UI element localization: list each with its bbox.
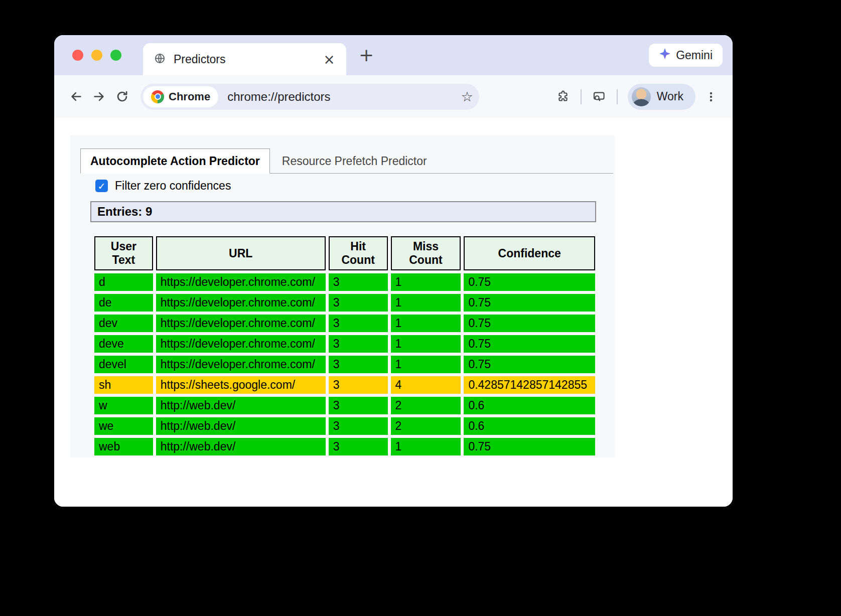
reload-button[interactable]	[110, 85, 133, 108]
table-row: shhttps://sheets.google.com/340.42857142…	[94, 376, 595, 394]
menu-button[interactable]	[699, 85, 723, 108]
cell-confidence: 0.75	[464, 315, 595, 332]
browser-window: Predictors × + Gemini	[54, 35, 733, 507]
filter-checkbox[interactable]: ✓	[95, 180, 108, 192]
browser-tab[interactable]: Predictors ×	[143, 43, 346, 75]
search-engine-label: Chrome	[169, 90, 210, 103]
cell-hit_count: 3	[329, 315, 388, 332]
cell-url: http://web.dev/	[156, 397, 326, 414]
cell-miss_count: 1	[391, 356, 461, 373]
search-engine-badge[interactable]: Chrome	[143, 86, 218, 107]
minimize-window-button[interactable]	[91, 50, 102, 61]
forward-button[interactable]	[87, 85, 110, 108]
cell-confidence: 0.75	[464, 335, 595, 353]
profile-avatar	[632, 87, 651, 106]
cell-confidence: 0.42857142857142855	[464, 376, 595, 394]
cell-hit_count: 3	[329, 294, 388, 312]
column-header: Miss Count	[391, 236, 461, 270]
back-arrow-icon	[69, 90, 83, 103]
three-dot-menu-icon	[705, 91, 717, 103]
cell-confidence: 0.75	[464, 294, 595, 312]
profile-name: Work	[657, 90, 683, 103]
cell-confidence: 0.75	[464, 273, 595, 291]
cell-miss_count: 4	[391, 376, 461, 394]
cell-user_text: w	[94, 397, 153, 414]
cell-url: https://sheets.google.com/	[156, 376, 326, 394]
table-row: whttp://web.dev/320.6	[94, 397, 595, 414]
table-row: devhttps://developer.chrome.com/310.75	[94, 315, 595, 332]
cell-url: https://developer.chrome.com/	[156, 294, 326, 312]
cell-confidence: 0.6	[464, 417, 595, 435]
tab-resource-prefetch-predictor[interactable]: Resource Prefetch Predictor	[270, 149, 439, 173]
bookmark-star-icon[interactable]: ☆	[461, 89, 473, 104]
cell-confidence: 0.6	[464, 397, 595, 414]
gemini-button[interactable]: Gemini	[649, 44, 723, 67]
cell-hit_count: 3	[329, 397, 388, 414]
table-body: dhttps://developer.chrome.com/310.75deht…	[94, 273, 595, 455]
tab-autocomplete-action-predictor[interactable]: Autocomplete Action Predictor	[80, 148, 270, 174]
cell-hit_count: 3	[329, 438, 388, 455]
cell-miss_count: 2	[391, 397, 461, 414]
url-text[interactable]: chrome://predictors	[227, 90, 457, 104]
extensions-puzzle-icon	[556, 90, 570, 103]
maximize-window-button[interactable]	[110, 50, 121, 61]
cell-url: https://developer.chrome.com/	[156, 335, 326, 353]
cell-user_text: sh	[94, 376, 153, 394]
table-row: develhttps://developer.chrome.com/310.75	[94, 356, 595, 373]
screen-search-icon	[592, 90, 606, 103]
cell-hit_count: 3	[329, 273, 388, 291]
gemini-label: Gemini	[676, 49, 713, 62]
table-header-row: User TextURLHit CountMiss CountConfidenc…	[94, 236, 595, 270]
cell-url: https://developer.chrome.com/	[156, 315, 326, 332]
cell-url: http://web.dev/	[156, 438, 326, 455]
page-viewport: Autocomplete Action Predictor Resource P…	[54, 118, 733, 507]
tab-close-icon[interactable]: ×	[321, 51, 337, 67]
predictor-tabs: Autocomplete Action Predictor Resource P…	[80, 148, 613, 174]
table-row: webhttp://web.dev/310.75	[94, 438, 595, 455]
tab-strip: Predictors × + Gemini	[54, 35, 733, 75]
cell-user_text: deve	[94, 335, 153, 353]
cell-miss_count: 2	[391, 417, 461, 435]
new-tab-button[interactable]: +	[357, 46, 375, 64]
column-header: Hit Count	[329, 236, 388, 270]
toolbar-divider	[617, 89, 618, 104]
forward-arrow-icon	[92, 90, 106, 103]
reload-icon	[115, 90, 129, 103]
cell-url: https://developer.chrome.com/	[156, 356, 326, 373]
close-window-button[interactable]	[72, 50, 83, 61]
cell-user_text: d	[94, 273, 153, 291]
filter-label: Filter zero confidences	[115, 179, 231, 193]
cell-user_text: de	[94, 294, 153, 312]
cell-miss_count: 1	[391, 438, 461, 455]
screen-search-button[interactable]	[588, 85, 611, 108]
back-button[interactable]	[64, 85, 87, 108]
cell-hit_count: 3	[329, 417, 388, 435]
tab-label: Autocomplete Action Predictor	[90, 155, 260, 168]
cell-miss_count: 1	[391, 335, 461, 353]
tab-label: Resource Prefetch Predictor	[282, 155, 427, 168]
toolbar: Chrome chrome://predictors ☆	[54, 75, 733, 118]
profile-button[interactable]: Work	[628, 84, 695, 110]
extensions-button[interactable]	[551, 85, 575, 108]
cell-hit_count: 3	[329, 335, 388, 353]
predictors-table: User TextURLHit CountMiss CountConfidenc…	[91, 233, 598, 458]
address-bar[interactable]: Chrome chrome://predictors ☆	[141, 84, 479, 110]
tab-title: Predictors	[174, 53, 321, 66]
cell-user_text: dev	[94, 315, 153, 332]
cell-hit_count: 3	[329, 376, 388, 394]
toolbar-divider	[581, 89, 582, 104]
filter-row: ✓ Filter zero confidences	[95, 179, 613, 193]
cell-user_text: devel	[94, 356, 153, 373]
cell-url: http://web.dev/	[156, 417, 326, 435]
checkmark-icon: ✓	[98, 181, 106, 192]
column-header: Confidence	[464, 236, 595, 270]
cell-user_text: we	[94, 417, 153, 435]
table-row: devehttps://developer.chrome.com/310.75	[94, 335, 595, 353]
predictors-page: Autocomplete Action Predictor Resource P…	[70, 135, 615, 457]
column-header: User Text	[94, 236, 153, 270]
cell-miss_count: 1	[391, 315, 461, 332]
globe-favicon-icon	[154, 53, 166, 66]
cell-hit_count: 3	[329, 356, 388, 373]
cell-confidence: 0.75	[464, 438, 595, 455]
table-row: wehttp://web.dev/320.6	[94, 417, 595, 435]
